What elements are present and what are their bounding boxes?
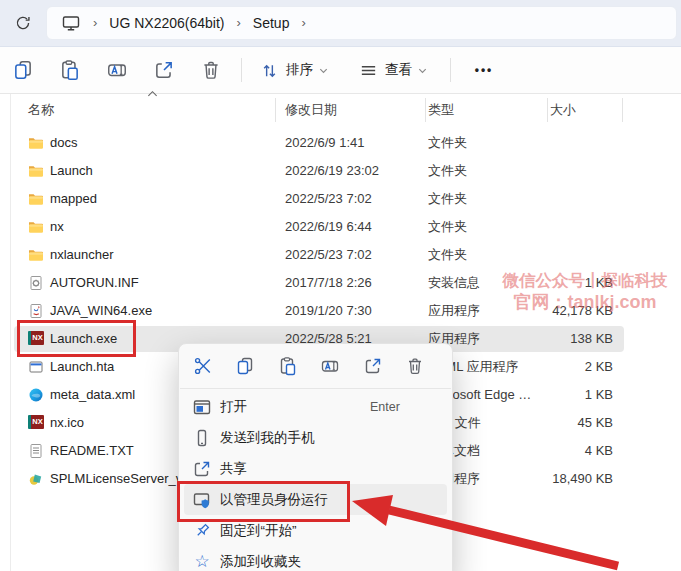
- paste-button[interactable]: [53, 53, 87, 87]
- file-size: 138 KB: [495, 325, 613, 353]
- folder-icon: [28, 247, 44, 263]
- context-menu-quick-actions: [179, 344, 452, 388]
- sort-icon: [260, 61, 279, 80]
- file-type: 文件夹: [428, 213, 546, 241]
- file-name: nx.ico: [50, 409, 84, 437]
- copy-icon: [235, 356, 255, 376]
- more-options-button[interactable]: •••: [467, 53, 501, 87]
- copy-button[interactable]: [6, 53, 40, 87]
- column-divider[interactable]: [425, 98, 426, 122]
- file-date: 2017/7/18 2:26: [285, 269, 372, 297]
- file-row-docs[interactable]: docs2022/6/9 1:41文件夹: [0, 129, 681, 157]
- menu-item-label: 以管理员身份运行: [220, 491, 328, 509]
- file-row-mapped[interactable]: mapped2022/5/23 7:02文件夹: [0, 185, 681, 213]
- breadcrumb-separator: ›: [293, 15, 313, 30]
- context-paste-button[interactable]: [277, 355, 299, 377]
- delete-icon: [405, 356, 425, 376]
- star-icon: ☆: [192, 552, 212, 571]
- hta-window-icon: [28, 359, 44, 375]
- folder-icon: [28, 191, 44, 207]
- pin-icon: [192, 521, 212, 541]
- file-size: 2 KB: [495, 353, 613, 381]
- menu-item-add-to-favorites[interactable]: ☆添加到收藏夹: [184, 546, 447, 571]
- column-header-name[interactable]: 名称: [28, 94, 54, 125]
- file-size: 45 KB: [495, 409, 613, 437]
- file-name: Launch: [50, 157, 93, 185]
- file-name: SPLMLicenseServer_v11: [50, 465, 196, 493]
- breadcrumb-folder[interactable]: UG NX2206(64bit): [105, 15, 228, 31]
- share-icon: [363, 356, 383, 376]
- paste-icon: [278, 356, 298, 376]
- java-installer-icon: [28, 303, 44, 319]
- view-dropdown[interactable]: 查看: [351, 53, 436, 87]
- view-label: 查看: [385, 61, 412, 79]
- context-delete-button[interactable]: [404, 355, 426, 377]
- context-rename-button[interactable]: [319, 355, 341, 377]
- nx-ico-icon: NX: [28, 415, 44, 431]
- delete-button[interactable]: [194, 53, 228, 87]
- file-name: Launch.exe: [50, 325, 117, 353]
- menu-item-run-as-administrator[interactable]: 以管理员身份运行: [184, 484, 447, 515]
- refresh-button[interactable]: [10, 12, 36, 34]
- column-header-size[interactable]: 大小: [550, 94, 576, 125]
- delete-icon: [200, 59, 222, 81]
- folder-icon: [28, 163, 44, 179]
- file-row-launch[interactable]: Launch2022/6/19 23:02文件夹: [0, 157, 681, 185]
- context-copy-button[interactable]: [234, 355, 256, 377]
- address-bar[interactable]: › UG NX2206(64bit) › Setup ›: [46, 6, 677, 40]
- rename-button[interactable]: [100, 53, 134, 87]
- toolbar-divider: [450, 58, 451, 82]
- column-header-date[interactable]: 修改日期: [285, 94, 337, 125]
- menu-item-label: 共享: [220, 460, 247, 478]
- chevron-down-icon: [318, 65, 329, 76]
- sort-ascending-icon: [147, 90, 158, 98]
- breadcrumb-separator: ›: [85, 15, 105, 30]
- column-divider[interactable]: [622, 98, 623, 122]
- menu-item-open[interactable]: 打开Enter: [184, 391, 447, 422]
- folder-icon: [28, 219, 44, 235]
- column-header-type[interactable]: 类型: [428, 94, 454, 125]
- text-doc-icon: [28, 443, 44, 459]
- rename-icon: [106, 59, 128, 81]
- column-divider[interactable]: [275, 98, 276, 122]
- file-type: 文件夹: [428, 129, 546, 157]
- file-date: 2022/6/19 23:02: [285, 157, 379, 185]
- menu-item-send-to-phone[interactable]: 发送到我的手机: [184, 422, 447, 453]
- context-share-button[interactable]: [362, 355, 384, 377]
- column-headers: 名称 修改日期 类型 大小: [0, 94, 681, 125]
- file-name: AUTORUN.INF: [50, 269, 139, 297]
- folder-icon: [28, 135, 44, 151]
- command-toolbar: 排序 查看 •••: [0, 46, 681, 94]
- column-divider[interactable]: [547, 98, 548, 122]
- file-size: 4 KB: [495, 437, 613, 465]
- chevron-down-icon: [417, 65, 428, 76]
- monitor-icon: [61, 13, 81, 33]
- file-row-java-win64-exe[interactable]: JAVA_WIN64.exe2019/1/20 7:30应用程序42,178 K…: [0, 297, 681, 325]
- phone-icon: [192, 428, 212, 448]
- context-cut-button[interactable]: [192, 355, 214, 377]
- file-type: 文件夹: [428, 241, 546, 269]
- share-button[interactable]: [147, 53, 181, 87]
- menu-item-label: 打开: [220, 398, 247, 416]
- toolbar-divider: [241, 58, 242, 82]
- menu-item-pin-to-start[interactable]: 固定到“开始”: [184, 515, 447, 546]
- file-name: meta_data.xml: [50, 381, 135, 409]
- top-bar: › UG NX2206(64bit) › Setup ›: [0, 0, 681, 46]
- menu-item-shortcut: Enter: [370, 400, 400, 414]
- menu-item-share[interactable]: 共享: [184, 453, 447, 484]
- sort-dropdown[interactable]: 排序: [252, 53, 337, 87]
- file-name: Launch.hta: [50, 353, 114, 381]
- view-icon: [359, 61, 378, 80]
- file-date: 2022/6/19 6:44: [285, 213, 372, 241]
- menu-item-label: 发送到我的手机: [220, 429, 315, 447]
- file-name: nx: [50, 213, 64, 241]
- breadcrumb-folder-current[interactable]: Setup: [249, 15, 294, 31]
- file-size: 18,490 KB: [495, 465, 613, 493]
- menu-item-label: 添加到收藏夹: [220, 553, 301, 571]
- file-row-autorun-inf[interactable]: AUTORUN.INF2017/7/18 2:26安装信息1 KB: [0, 269, 681, 297]
- file-row-nxlauncher[interactable]: nxlauncher2022/5/23 7:02文件夹: [0, 241, 681, 269]
- splm-installer-icon: [28, 471, 44, 487]
- file-row-nx[interactable]: nx2022/6/19 6:44文件夹: [0, 213, 681, 241]
- file-size: 1 KB: [495, 269, 613, 297]
- file-date: 2022/5/23 7:02: [285, 185, 372, 213]
